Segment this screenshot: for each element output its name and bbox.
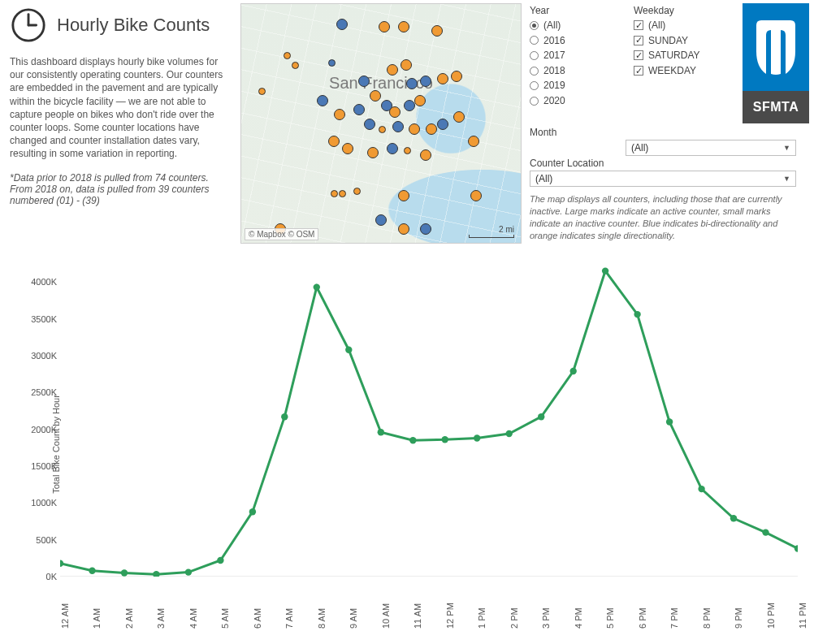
chart-x-tick: 6 PM xyxy=(638,607,644,629)
svg-point-5 xyxy=(89,568,95,574)
svg-point-23 xyxy=(666,418,673,425)
sfmta-logo-icon xyxy=(753,19,799,76)
weekday-option[interactable]: (All) xyxy=(634,18,723,33)
svg-point-11 xyxy=(281,413,288,420)
map-counter-dot[interactable] xyxy=(379,126,386,133)
year-option[interactable]: 2017 xyxy=(530,48,619,63)
chart-y-tick: 2500K xyxy=(23,387,57,397)
weekday-option-label: (All) xyxy=(648,18,665,33)
year-filter: Year (All)20162017201820192020 xyxy=(530,5,619,109)
map-counter-dot[interactable] xyxy=(328,136,340,147)
svg-point-16 xyxy=(442,436,448,443)
map-counter-dot[interactable] xyxy=(334,109,345,120)
counter-map[interactable]: San Francisco © Mapbox © OSM 2 mi xyxy=(240,3,522,244)
chart-y-tick: 0K xyxy=(23,572,57,581)
dashboard-description: This dashboard displays hourly bike volu… xyxy=(10,55,231,161)
chart-x-tick: 6 AM xyxy=(253,608,259,629)
svg-point-25 xyxy=(730,515,737,521)
chart-y-tick: 2000K xyxy=(23,425,57,434)
weekday-option-label: SATURDAY xyxy=(648,48,700,63)
month-filter: Month (All) ▼ xyxy=(530,127,796,156)
checkbox-icon xyxy=(634,20,643,30)
weekday-option[interactable]: SUNDAY xyxy=(634,33,723,49)
svg-point-14 xyxy=(378,429,384,435)
map-counter-dot[interactable] xyxy=(258,88,266,95)
map-counter-dot[interactable] xyxy=(398,190,409,201)
map-counter-dot[interactable] xyxy=(342,143,353,154)
map-counter-dot[interactable] xyxy=(401,59,412,71)
svg-point-7 xyxy=(153,571,159,577)
counter-location-dropdown[interactable]: (All) ▼ xyxy=(530,171,796,187)
map-counter-dot[interactable] xyxy=(284,52,291,59)
map-counter-dot[interactable] xyxy=(404,147,411,154)
year-filter-heading: Year xyxy=(530,5,619,16)
chart-x-tick: 10 PM xyxy=(766,603,773,629)
chart-x-tick: 4 PM xyxy=(574,607,580,629)
map-counter-dot[interactable] xyxy=(406,78,418,89)
chart-y-tick: 1000K xyxy=(23,498,57,508)
svg-point-26 xyxy=(762,529,769,535)
svg-point-15 xyxy=(409,437,416,443)
sfmta-logo: SFMTA xyxy=(743,3,809,123)
map-scale: 2 mi xyxy=(469,225,514,238)
map-counter-dot[interactable] xyxy=(292,62,299,69)
counter-location-filter: Counter Location (All) ▼ xyxy=(530,158,796,187)
chart-x-tick: 5 PM xyxy=(605,607,612,629)
radio-icon xyxy=(530,51,539,60)
chart-y-tick: 4000K xyxy=(23,277,57,287)
year-option[interactable]: 2019 xyxy=(530,78,619,93)
map-counter-dot[interactable] xyxy=(353,104,365,115)
map-counter-dot[interactable] xyxy=(398,21,409,32)
chart-x-tick: 5 AM xyxy=(220,608,227,629)
chart-x-tick: 3 PM xyxy=(541,607,548,629)
map-counter-dot[interactable] xyxy=(404,100,415,111)
chart-y-tick: 3500K xyxy=(23,314,57,324)
svg-point-6 xyxy=(121,569,128,576)
radio-icon xyxy=(530,67,539,76)
chart-x-tick: 2 PM xyxy=(509,607,516,629)
chevron-down-icon: ▼ xyxy=(783,175,790,183)
map-counter-dot[interactable] xyxy=(387,64,398,76)
weekday-option-label: SUNDAY xyxy=(648,33,688,49)
map-counter-dot[interactable] xyxy=(375,214,387,226)
month-filter-heading: Month xyxy=(530,127,796,138)
year-option-label: 2016 xyxy=(543,33,565,49)
svg-point-18 xyxy=(506,430,513,437)
svg-point-12 xyxy=(314,283,320,290)
radio-icon xyxy=(530,21,539,30)
svg-point-10 xyxy=(249,508,256,515)
weekday-option[interactable]: WEEKDAY xyxy=(634,63,723,79)
map-counter-dot[interactable] xyxy=(370,90,381,102)
year-option[interactable]: 2018 xyxy=(530,63,619,79)
month-dropdown[interactable]: (All) ▼ xyxy=(626,140,796,156)
map-counter-dot[interactable] xyxy=(392,121,404,132)
chart-x-tick: 11 PM xyxy=(798,603,804,629)
map-counter-dot[interactable] xyxy=(336,19,348,30)
checkbox-icon xyxy=(634,66,643,76)
chart-x-tick: 3 AM xyxy=(156,608,162,629)
year-option-label: 2019 xyxy=(543,78,565,93)
year-option-label: 2020 xyxy=(543,93,565,109)
radio-icon xyxy=(530,36,539,45)
map-counter-dot[interactable] xyxy=(353,188,361,195)
map-counter-dot[interactable] xyxy=(437,73,448,84)
sfmta-logo-text: SFMTA xyxy=(743,91,809,123)
map-counter-dot[interactable] xyxy=(387,143,398,154)
map-counter-dot[interactable] xyxy=(437,119,448,130)
map-counter-dot[interactable] xyxy=(317,95,328,106)
map-counter-dot[interactable] xyxy=(379,21,390,32)
map-counter-dot[interactable] xyxy=(414,95,426,106)
weekday-option[interactable]: SATURDAY xyxy=(634,48,723,63)
map-counter-dot[interactable] xyxy=(426,123,437,135)
chart-y-tick: 3000K xyxy=(23,351,57,361)
chevron-down-icon: ▼ xyxy=(783,144,790,152)
year-option[interactable]: 2020 xyxy=(530,93,619,109)
map-counter-dot[interactable] xyxy=(468,136,479,147)
hourly-bike-count-chart[interactable]: Total Bike Count by Hour 0K500K1000K1500… xyxy=(10,253,804,635)
year-option[interactable]: 2016 xyxy=(530,33,619,49)
map-counter-dot[interactable] xyxy=(328,59,336,67)
year-option[interactable]: (All) xyxy=(530,18,619,33)
weekday-option-label: WEEKDAY xyxy=(648,63,696,79)
weekday-filter-heading: Weekday xyxy=(634,5,723,16)
chart-x-tick: 8 AM xyxy=(317,608,323,629)
